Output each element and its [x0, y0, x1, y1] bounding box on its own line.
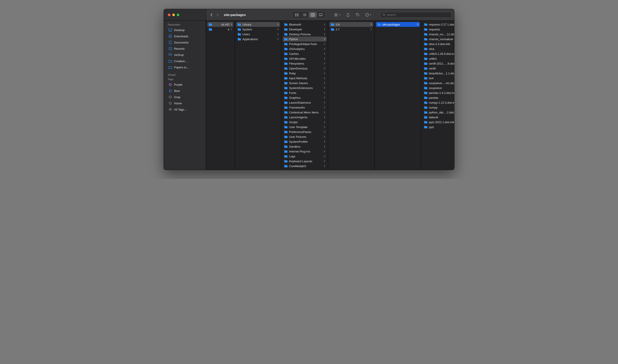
- folder-row[interactable]: 3.8: [329, 22, 373, 27]
- folder-row[interactable]: certifi: [423, 66, 454, 71]
- folder-row[interactable]: 2.7: [329, 27, 373, 32]
- folder-row[interactable]: Applications: [236, 37, 280, 41]
- column-3[interactable]: 3.82.7: [328, 21, 375, 170]
- minimize-button[interactable]: [172, 13, 175, 16]
- folder-row[interactable]: pytz-2022.1.dist-info: [423, 120, 454, 125]
- folder-row[interactable]: bs4: [423, 76, 454, 80]
- folder-row[interactable]: requests-2.27.1.dist-info: [423, 22, 454, 27]
- folder-row[interactable]: k: [207, 27, 233, 32]
- share-button[interactable]: [344, 12, 352, 18]
- folder-row[interactable]: site-packages: [376, 22, 420, 27]
- folder-row[interactable]: numpy: [423, 105, 454, 110]
- folder-row[interactable]: soupsieve: [423, 85, 454, 90]
- folder-row[interactable]: Keyboard Layouts: [283, 159, 327, 164]
- list-view-button[interactable]: [301, 12, 309, 18]
- folder-row[interactable]: requests: [423, 27, 454, 32]
- folder-row[interactable]: sh HD: [207, 22, 233, 27]
- folder-row[interactable]: urllib3: [423, 56, 454, 61]
- gallery-view-button[interactable]: [317, 12, 325, 18]
- folder-row[interactable]: charset_normalizer: [423, 37, 454, 41]
- folder-row[interactable]: numpy-1.22.3.dist-info: [423, 100, 454, 105]
- sidebar-item-documents[interactable]: Documents: [165, 39, 205, 46]
- svg-rect-12: [320, 16, 321, 16]
- folder-row[interactable]: pandas-1.4.2.dist-info: [423, 90, 454, 95]
- folder-row[interactable]: Caches: [283, 51, 327, 56]
- folder-row[interactable]: idna: [423, 46, 454, 51]
- folder-row[interactable]: pandas: [423, 95, 454, 100]
- folder-row[interactable]: Internet Plug-Ins: [283, 149, 327, 154]
- sidebar-item-blue[interactable]: Blue: [165, 88, 205, 94]
- folder-row[interactable]: GPUBundles: [283, 56, 327, 61]
- folder-name: Screen Savers: [289, 81, 322, 85]
- column-1[interactable]: LibrarySystemUsersApplications: [235, 21, 282, 170]
- grid-icon: [295, 13, 298, 16]
- folder-name: GPUBundles: [289, 57, 322, 60]
- close-button[interactable]: [168, 13, 170, 16]
- folder-row[interactable]: Python: [283, 37, 327, 41]
- folder-row[interactable]: Developer: [283, 27, 327, 32]
- maximize-button[interactable]: [177, 13, 179, 16]
- folder-row[interactable]: Desktop Pictures: [283, 32, 327, 37]
- search-box[interactable]: [380, 12, 451, 18]
- column-view-button[interactable]: [309, 12, 317, 18]
- folder-row[interactable]: Filesystems: [283, 61, 327, 66]
- folder-row[interactable]: dateutil: [423, 115, 454, 120]
- folder-row[interactable]: Fonts: [283, 90, 327, 95]
- folder-row[interactable]: OpenDirectory: [283, 66, 327, 71]
- folder-row[interactable]: PreferencePanes: [283, 130, 327, 134]
- sidebar-item-all-tags-[interactable]: All Tags…: [165, 106, 205, 113]
- folder-row[interactable]: Ruby: [283, 71, 327, 76]
- folder-row[interactable]: SystemProfiler: [283, 139, 327, 144]
- sidebar-item-purple[interactable]: Purple: [165, 81, 205, 88]
- folder-row[interactable]: Sandbox: [283, 144, 327, 149]
- folder-row[interactable]: Scripts: [283, 120, 327, 125]
- folder-row[interactable]: Frameworks: [283, 105, 327, 110]
- folder-row[interactable]: beautifulso…1.1.dist-info: [423, 71, 454, 76]
- sidebar-item-gray[interactable]: Gray: [165, 94, 205, 100]
- sidebar-item-home[interactable]: Home: [165, 100, 205, 106]
- folder-row[interactable]: LaunchDaemons: [283, 100, 327, 105]
- folder-row[interactable]: python_dat….2.dist-info: [423, 110, 454, 115]
- folder-row[interactable]: User Template: [283, 125, 327, 130]
- folder-row[interactable]: System: [236, 27, 280, 32]
- sidebar-item-papers-to-[interactable]: Papers to…: [165, 64, 205, 70]
- folder-row[interactable]: Contextual Menu Items: [283, 110, 327, 115]
- folder-row[interactable]: Library: [236, 22, 280, 27]
- folder-row[interactable]: Users: [236, 32, 280, 37]
- folder-row[interactable]: CoreMediaIO: [283, 164, 327, 169]
- sidebar-item-downloads[interactable]: Downloads: [165, 33, 205, 39]
- sidebar-item-desktop[interactable]: Desktop: [165, 27, 205, 33]
- icon-view-button[interactable]: [293, 12, 301, 18]
- column-4[interactable]: site-packages: [375, 21, 421, 170]
- folder-row[interactable]: PrivilegedHelperTools: [283, 41, 327, 46]
- search-input[interactable]: [387, 13, 450, 16]
- folder-row[interactable]: Input Methods: [283, 76, 327, 80]
- folder-row[interactable]: Logs: [283, 154, 327, 159]
- folder-row[interactable]: LaunchAgents: [283, 115, 327, 120]
- folder-row[interactable]: Screen Savers: [283, 80, 327, 85]
- column-0[interactable]: sh HDk: [206, 21, 235, 170]
- group-by-button[interactable]: [333, 12, 342, 18]
- folder-row[interactable]: soupsieve-…st1.dist-info: [423, 80, 454, 85]
- sidebar-item-airdrop[interactable]: AirDrop: [165, 52, 205, 58]
- tag-purple-icon: [168, 83, 172, 87]
- column-2[interactable]: BluetoothDeveloperDesktop PicturesPython…: [282, 21, 328, 170]
- folder-row[interactable]: SystemExtensions: [283, 85, 327, 90]
- folder-row[interactable]: pytz: [423, 125, 454, 130]
- folder-row[interactable]: Bluetooth: [283, 22, 327, 27]
- back-button[interactable]: [209, 12, 214, 17]
- action-button[interactable]: [364, 12, 373, 18]
- folder-row[interactable]: OSAnalytics: [283, 46, 327, 51]
- column-5[interactable]: requests-2.27.1.dist-inforequestscharset…: [421, 21, 454, 170]
- forward-button[interactable]: [215, 12, 220, 17]
- folder-row[interactable]: Graphics: [283, 95, 327, 100]
- folder-row[interactable]: idna-3.3.dist-info: [423, 41, 454, 46]
- folder-row[interactable]: charset_no….12.dist-info: [423, 32, 454, 37]
- sidebar-item-recents[interactable]: Recents: [165, 46, 205, 52]
- folder-row[interactable]: User Pictures: [283, 134, 327, 139]
- tags-button[interactable]: [354, 12, 362, 18]
- list-icon: [303, 13, 307, 16]
- folder-row[interactable]: urllib3-1.26.9.dist-info: [423, 51, 454, 56]
- sidebar-item-creative-[interactable]: Creative…: [165, 58, 205, 64]
- folder-row[interactable]: certifi-2021.….8.dist-info: [423, 61, 454, 66]
